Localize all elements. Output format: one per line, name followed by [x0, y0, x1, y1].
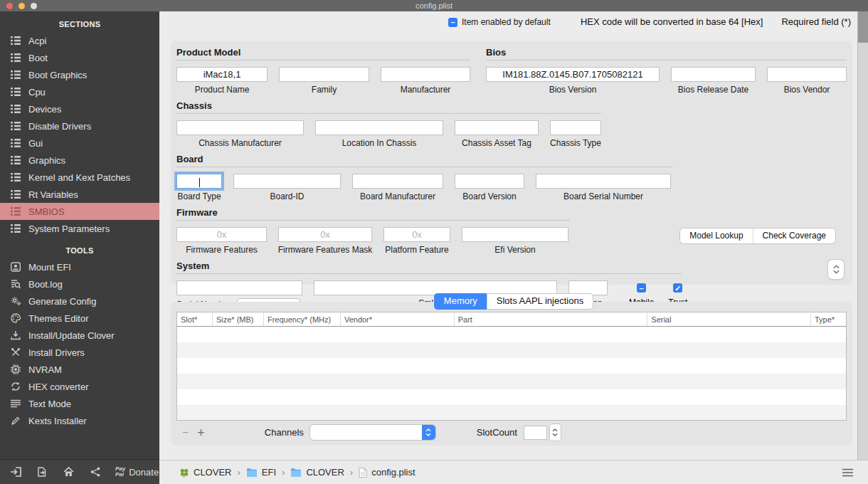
- slotcount-stepper[interactable]: [550, 424, 561, 441]
- export-icon[interactable]: [37, 467, 47, 477]
- tool-themes-editor[interactable]: Themes Editor: [0, 310, 159, 327]
- tool-install-drivers[interactable]: Install Drivers: [0, 344, 159, 361]
- slotcount-input[interactable]: [524, 426, 547, 440]
- sidebar-item-acpi[interactable]: Acpi: [0, 32, 159, 49]
- list-icon: [11, 104, 22, 114]
- memory-controls: − + Channels SlotCount: [176, 424, 847, 441]
- channels-label: Channels: [265, 427, 304, 438]
- trust-checkbox[interactable]: ✓: [673, 283, 682, 293]
- sidebar-item-disable-drivers[interactable]: Disable Drivers: [0, 117, 159, 135]
- paypal-icon[interactable]: PayPal: [115, 466, 125, 478]
- firmware-group: Firmware Firmware Features Firmware Feat…: [176, 207, 570, 255]
- sidebar-item-boot-graphics[interactable]: Boot Graphics: [0, 66, 159, 83]
- table-row: [177, 374, 847, 389]
- breadcrumb-config-plist[interactable]: config.plist: [359, 467, 415, 478]
- text-caret: [199, 178, 200, 187]
- list-icon: [11, 155, 22, 165]
- breadcrumb-clover[interactable]: CLOVER: [290, 467, 344, 478]
- sidebar-item-devices[interactable]: Devices: [0, 100, 159, 117]
- list-icon: [11, 189, 22, 199]
- share-icon[interactable]: [90, 467, 100, 477]
- chassis-manufacturer-input[interactable]: [176, 120, 304, 135]
- sidebar-item-kernel-and-kext-patches[interactable]: Kernel and Kext Patches: [0, 169, 159, 186]
- tool-install-update-clover[interactable]: Install/Update Clover: [0, 327, 159, 344]
- efi-version-input[interactable]: [462, 227, 568, 242]
- board-manufacturer-input[interactable]: [352, 174, 443, 189]
- system-title: System: [176, 261, 682, 274]
- channels-dropdown[interactable]: [310, 425, 435, 440]
- tool-generate-config[interactable]: Generate Config: [0, 293, 159, 310]
- sidebar-item-boot[interactable]: Boot: [0, 49, 159, 66]
- lookup-segmented-control: Model Lookup Check Coverage: [680, 228, 835, 243]
- add-row-button[interactable]: +: [197, 426, 205, 439]
- sidebar-item-system-parameters[interactable]: System Parameters: [0, 220, 159, 237]
- table-row: [177, 358, 847, 374]
- chassis-asset-tag-input[interactable]: [455, 120, 539, 135]
- sidebar-item-gui[interactable]: Gui: [0, 135, 159, 152]
- lines-icon: [11, 399, 22, 409]
- memory-table-header: Slot* Size* (MB) Frequency* (MHz) Vendor…: [177, 312, 847, 327]
- hex-note: HEX code will be converted in base 64 [H…: [581, 16, 763, 27]
- tools-header: TOOLS: [0, 246, 159, 255]
- tab-memory[interactable]: Memory: [434, 293, 487, 310]
- tool-mount-efi[interactable]: Mount EFI: [0, 258, 159, 275]
- platform-feature-input[interactable]: [383, 227, 450, 242]
- path-bar: CLOVER › EFI › CLOVER › config.plist: [159, 460, 868, 484]
- sidebar-item-rt-variables[interactable]: Rt Variables: [0, 186, 159, 203]
- chip-icon: [11, 364, 22, 374]
- home-icon[interactable]: [63, 467, 74, 477]
- sidebar-item-cpu[interactable]: Cpu: [0, 83, 159, 100]
- breadcrumb-clover-root[interactable]: CLOVER: [179, 467, 231, 478]
- model-lookup-button[interactable]: Model Lookup: [680, 228, 753, 243]
- content-header: – Item enabled by default HEX code will …: [159, 11, 868, 33]
- firmware-features-input[interactable]: [176, 227, 267, 242]
- check-coverage-button[interactable]: Check Coverage: [753, 228, 835, 243]
- board-serial-number-input[interactable]: [536, 174, 671, 189]
- window-title: config.plist: [0, 1, 868, 10]
- board-id-input[interactable]: [233, 174, 341, 189]
- sidebar-toolbar: PayPal Donate: [0, 459, 159, 484]
- sidebar-item-smbios[interactable]: SMBIOS: [0, 203, 159, 220]
- main-content: – Item enabled by default HEX code will …: [159, 11, 868, 484]
- sidebar-item-graphics[interactable]: Graphics: [0, 152, 159, 169]
- location-in-chassis-input[interactable]: [315, 120, 443, 135]
- tool-nvram[interactable]: NVRAM: [0, 361, 159, 378]
- chassis-group: Chassis Chassis Manufacturer Location In…: [176, 100, 601, 148]
- firmware-features-mask-input[interactable]: [278, 227, 372, 242]
- hamburger-icon[interactable]: [842, 468, 854, 477]
- remove-row-button[interactable]: −: [182, 427, 189, 438]
- tool-text-mode[interactable]: Text Mode: [0, 395, 159, 412]
- tool-hex-converter[interactable]: HEX converter: [0, 378, 159, 395]
- bios-release-date-input[interactable]: [671, 67, 756, 82]
- import-icon[interactable]: [10, 467, 21, 477]
- product-model-title: Product Model: [176, 47, 470, 60]
- table-row: [177, 342, 847, 358]
- item-enabled-checkbox[interactable]: –: [448, 18, 457, 27]
- sections-header: SECTIONS: [0, 20, 159, 28]
- item-enabled-label: Item enabled by default: [462, 17, 551, 27]
- breadcrumb-efi[interactable]: EFI: [246, 467, 276, 478]
- donate-button[interactable]: Donate: [129, 467, 159, 478]
- firmware-title: Firmware: [176, 207, 570, 221]
- family-input[interactable]: [279, 67, 369, 82]
- tab-slots-aapl-injections[interactable]: Slots AAPL injections: [487, 293, 593, 310]
- board-version-input[interactable]: [455, 174, 524, 189]
- memory-table: Slot* Size* (MB) Frequency* (MHz) Vendor…: [176, 312, 847, 421]
- list-icon: [11, 121, 22, 131]
- bios-group: Bios Bios Version Bios Release Date Bios…: [486, 47, 847, 95]
- bios-vendor-input[interactable]: [767, 67, 847, 82]
- tool-kexts-installer[interactable]: Kexts Installer: [0, 412, 159, 429]
- sidebar: SECTIONS Acpi Boot Boot Graphics Cpu Dev…: [0, 11, 159, 484]
- list-icon: [11, 53, 22, 63]
- download-icon: [11, 330, 22, 340]
- model-stepper[interactable]: [828, 260, 844, 279]
- board-title: Board: [176, 154, 672, 167]
- chassis-type-input[interactable]: [550, 120, 601, 135]
- mobile-checkbox[interactable]: –: [637, 283, 646, 293]
- bios-version-input[interactable]: [486, 67, 660, 82]
- table-row: [177, 389, 847, 405]
- product-name-input[interactable]: [176, 67, 268, 82]
- memory-card: Slot* Size* (MB) Frequency* (MHz) Vendor…: [171, 302, 852, 446]
- tool-boot-log[interactable]: Boot.log: [0, 275, 159, 293]
- manufacturer-input[interactable]: [381, 67, 470, 82]
